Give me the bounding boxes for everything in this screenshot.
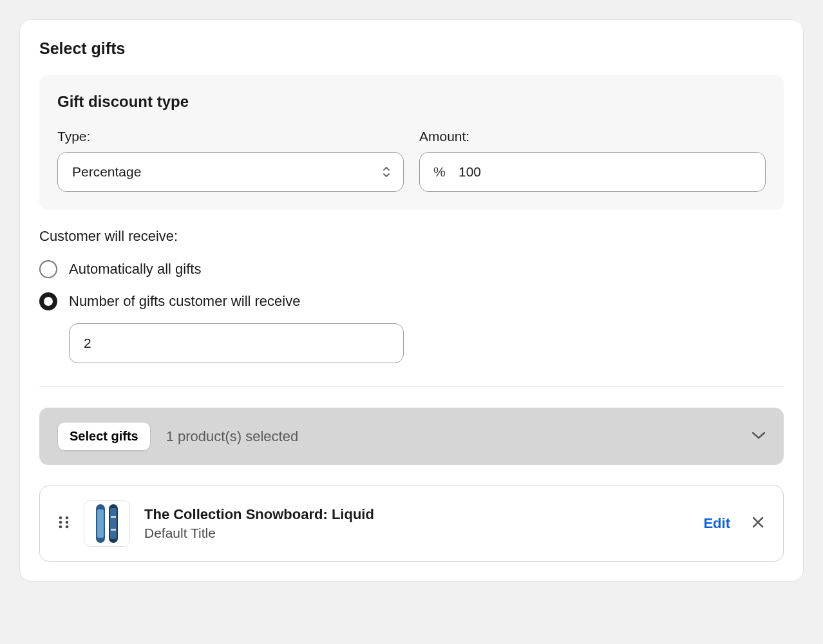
- product-subtitle: Default Title: [144, 526, 689, 541]
- amount-label: Amount:: [419, 129, 766, 144]
- type-select-wrapper: Percentage: [57, 152, 404, 192]
- svg-rect-11: [111, 529, 116, 531]
- divider: [39, 386, 784, 387]
- svg-point-3: [66, 521, 69, 524]
- svg-rect-9: [110, 508, 117, 539]
- radio-label-auto: Automatically all gifts: [69, 261, 201, 278]
- number-input-wrap: [69, 323, 784, 363]
- gift-discount-section: Gift discount type Type: Percentage: [39, 75, 784, 210]
- radio-icon-selected: [39, 292, 57, 310]
- type-select[interactable]: Percentage: [57, 152, 404, 192]
- card-title: Select gifts: [39, 39, 784, 58]
- svg-rect-10: [111, 516, 116, 518]
- receive-label: Customer will receive:: [39, 228, 784, 245]
- product-info: The Collection Snowboard: Liquid Default…: [144, 506, 689, 541]
- select-gifts-card: Select gifts Gift discount type Type: Pe…: [19, 19, 804, 582]
- product-name: The Collection Snowboard: Liquid: [144, 506, 689, 523]
- selected-count-text: 1 product(s) selected: [166, 428, 736, 445]
- gift-selector-bar[interactable]: Select gifts 1 product(s) selected: [39, 408, 784, 465]
- radio-icon: [39, 260, 57, 278]
- svg-point-2: [59, 521, 62, 524]
- svg-point-0: [59, 516, 62, 520]
- gift-count-input[interactable]: [69, 323, 404, 363]
- chevron-down-icon: [752, 431, 766, 442]
- discount-heading: Gift discount type: [57, 93, 766, 111]
- product-thumbnail: [84, 500, 130, 547]
- radio-number-of-gifts[interactable]: Number of gifts customer will receive: [39, 292, 784, 310]
- svg-rect-7: [97, 509, 104, 538]
- amount-column: Amount: %: [419, 129, 766, 192]
- product-row: The Collection Snowboard: Liquid Default…: [39, 486, 784, 562]
- close-icon[interactable]: [751, 515, 765, 532]
- amount-input[interactable]: [419, 152, 766, 192]
- svg-point-5: [66, 526, 69, 529]
- svg-point-1: [66, 516, 69, 520]
- receive-radio-group: Automatically all gifts Number of gifts …: [39, 260, 784, 310]
- type-select-value: Percentage: [72, 164, 141, 180]
- drag-handle-icon[interactable]: [58, 514, 70, 533]
- type-label: Type:: [57, 129, 404, 144]
- amount-wrapper: %: [419, 152, 766, 192]
- select-gifts-button[interactable]: Select gifts: [57, 422, 151, 451]
- discount-row: Type: Percentage Amount: %: [57, 129, 766, 192]
- edit-button[interactable]: Edit: [703, 515, 730, 532]
- radio-auto-all[interactable]: Automatically all gifts: [39, 260, 784, 278]
- type-column: Type: Percentage: [57, 129, 404, 192]
- svg-point-4: [59, 526, 62, 529]
- radio-label-number: Number of gifts customer will receive: [69, 293, 300, 310]
